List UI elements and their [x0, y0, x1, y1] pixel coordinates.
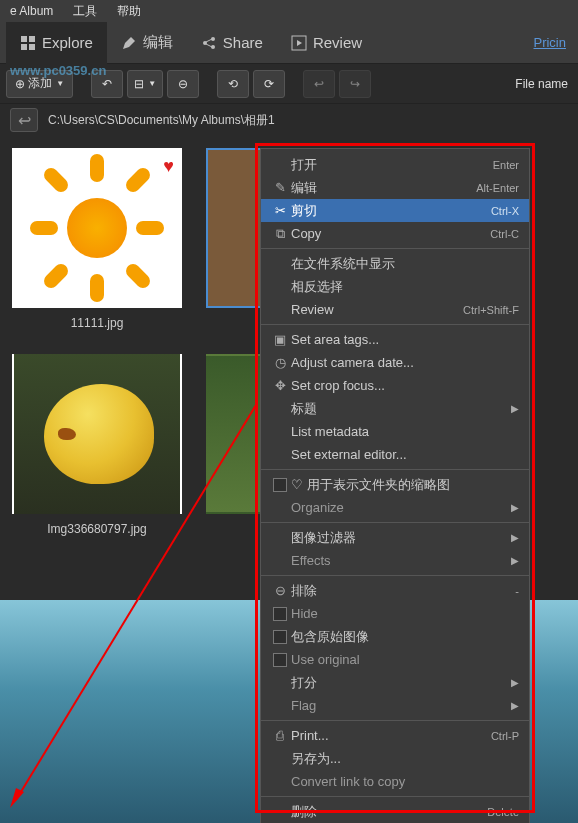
ctx-edit[interactable]: ✎编辑Alt-Enter — [261, 176, 529, 199]
ctx-hide[interactable]: Hide — [261, 602, 529, 625]
tabbar: Explore 编辑 Share Review Pricin — [0, 22, 578, 64]
separator — [261, 522, 529, 523]
path-text[interactable]: C:\Users\CS\Documents\My Albums\相册1 — [48, 112, 275, 129]
ctx-copy[interactable]: ⧉CopyCtrl-C — [261, 222, 529, 245]
ctx-open[interactable]: 打开Enter — [261, 153, 529, 176]
separator — [261, 248, 529, 249]
ctx-image-filters[interactable]: 图像过滤器▶ — [261, 526, 529, 549]
ctx-label: Review — [291, 302, 463, 317]
menu-album[interactable]: e Album — [0, 4, 63, 18]
heart-icon: ♡ — [291, 477, 303, 492]
ctx-label: 另存为... — [291, 750, 519, 768]
checkbox[interactable] — [269, 630, 291, 644]
tab-explore-label: Explore — [42, 34, 93, 51]
chevron-right-icon: ▶ — [511, 700, 519, 711]
play-icon — [291, 35, 307, 51]
sun-image — [32, 163, 162, 293]
rotate-ccw-button[interactable]: ⟲ — [217, 70, 249, 98]
share-icon — [201, 35, 217, 51]
menu-tools[interactable]: 工具 — [63, 3, 107, 20]
ctx-label: Set area tags... — [291, 332, 519, 347]
checkbox[interactable] — [269, 478, 291, 492]
ctx-label: 剪切 — [291, 202, 491, 220]
ctx-label: Flag — [291, 698, 511, 713]
chevron-down-icon: ▼ — [56, 79, 64, 88]
shortcut: Alt-Enter — [476, 182, 519, 194]
thumbnail-image: ♥ — [12, 148, 182, 308]
ctx-label: 相反选择 — [291, 278, 519, 296]
redo-icon: ↪ — [350, 77, 360, 91]
ctx-cut[interactable]: ✂剪切Ctrl-X — [261, 199, 529, 222]
tab-share-label: Share — [223, 34, 263, 51]
ctx-label: 打开 — [291, 156, 493, 174]
ctx-label: 图像过滤器 — [291, 529, 511, 547]
menu-help[interactable]: 帮助 — [107, 3, 151, 20]
shortcut: Delete — [487, 806, 519, 818]
heart-icon[interactable]: ♥ — [163, 156, 174, 177]
rotate-cw-button[interactable]: ⟳ — [253, 70, 285, 98]
pencil-icon — [121, 35, 137, 51]
ctx-set-crop-focus[interactable]: ✥Set crop focus... — [261, 374, 529, 397]
svg-line-7 — [206, 39, 212, 42]
ctx-label: 在文件系统中显示 — [291, 255, 519, 273]
ctx-delete[interactable]: 删除Delete — [261, 800, 529, 823]
rotate-ccw-icon: ⟲ — [228, 77, 238, 91]
pricing-link[interactable]: Pricin — [533, 35, 572, 50]
pathbar: ↩ C:\Users\CS\Documents\My Albums\相册1 — [0, 104, 578, 136]
chevron-right-icon: ▶ — [511, 403, 519, 414]
ctx-review[interactable]: ReviewCtrl+Shift-F — [261, 298, 529, 321]
print-icon: ⎙ — [269, 728, 291, 743]
thumbnail[interactable]: ♥ 11111.jpg — [12, 148, 182, 330]
ctx-effects[interactable]: Effects▶ — [261, 549, 529, 572]
ctx-list-metadata[interactable]: List metadata — [261, 420, 529, 443]
chevron-right-icon: ▶ — [511, 555, 519, 566]
ctx-title[interactable]: 标题▶ — [261, 397, 529, 420]
minus-circle-icon: ⊖ — [269, 583, 291, 598]
tab-edit[interactable]: 编辑 — [107, 22, 187, 64]
ctx-use-original[interactable]: Use original — [261, 648, 529, 671]
tab-explore[interactable]: Explore — [6, 22, 107, 64]
ctx-adjust-camera-date[interactable]: ◷Adjust camera date... — [261, 351, 529, 374]
context-menu: 打开Enter ✎编辑Alt-Enter ✂剪切Ctrl-X ⧉CopyCtrl… — [260, 148, 530, 823]
ctx-label: Convert link to copy — [291, 774, 519, 789]
ctx-invert-selection[interactable]: 相反选择 — [261, 275, 529, 298]
ctx-flag[interactable]: Flag▶ — [261, 694, 529, 717]
ctx-label: 打分 — [291, 674, 511, 692]
ctx-set-area-tags[interactable]: ▣Set area tags... — [261, 328, 529, 351]
chevron-right-icon: ▶ — [511, 502, 519, 513]
svg-rect-3 — [29, 44, 35, 50]
undo-button[interactable]: ↩ — [303, 70, 335, 98]
plus-icon: ⊕ — [15, 77, 25, 91]
ctx-folder-thumbnail[interactable]: ♡用于表示文件夹的缩略图 — [261, 473, 529, 496]
grid-icon — [20, 35, 36, 51]
svg-line-8 — [206, 44, 212, 47]
ctx-exclude[interactable]: ⊖排除- — [261, 579, 529, 602]
back-button[interactable]: ↩ — [10, 108, 38, 132]
tab-review[interactable]: Review — [277, 22, 376, 64]
ctx-set-external-editor[interactable]: Set external editor... — [261, 443, 529, 466]
checkbox[interactable] — [269, 653, 291, 667]
ctx-label: Set crop focus... — [291, 378, 519, 393]
shortcut: Enter — [493, 159, 519, 171]
ctx-label: Use original — [291, 652, 519, 667]
ctx-convert-link[interactable]: Convert link to copy — [261, 770, 529, 793]
ctx-rating[interactable]: 打分▶ — [261, 671, 529, 694]
ctx-label: 标题 — [291, 400, 511, 418]
ctx-save-as[interactable]: 另存为... — [261, 747, 529, 770]
thumbnail[interactable]: Img336680797.jpg — [12, 354, 182, 536]
ctx-include-raw[interactable]: 包含原始图像 — [261, 625, 529, 648]
tab-share[interactable]: Share — [187, 22, 277, 64]
chevron-down-icon: ▼ — [148, 79, 156, 88]
ctx-label: 用于表示文件夹的缩略图 — [307, 476, 519, 494]
checkbox[interactable] — [269, 607, 291, 621]
separator — [261, 469, 529, 470]
ctx-print[interactable]: ⎙Print...Ctrl-P — [261, 724, 529, 747]
shortcut: - — [515, 585, 519, 597]
ctx-label: Hide — [291, 606, 519, 621]
ctx-organize[interactable]: Organize▶ — [261, 496, 529, 519]
separator — [261, 324, 529, 325]
separator — [261, 796, 529, 797]
redo-button[interactable]: ↪ — [339, 70, 371, 98]
remove-button[interactable]: ⊖ — [167, 70, 199, 98]
ctx-show-in-fs[interactable]: 在文件系统中显示 — [261, 252, 529, 275]
